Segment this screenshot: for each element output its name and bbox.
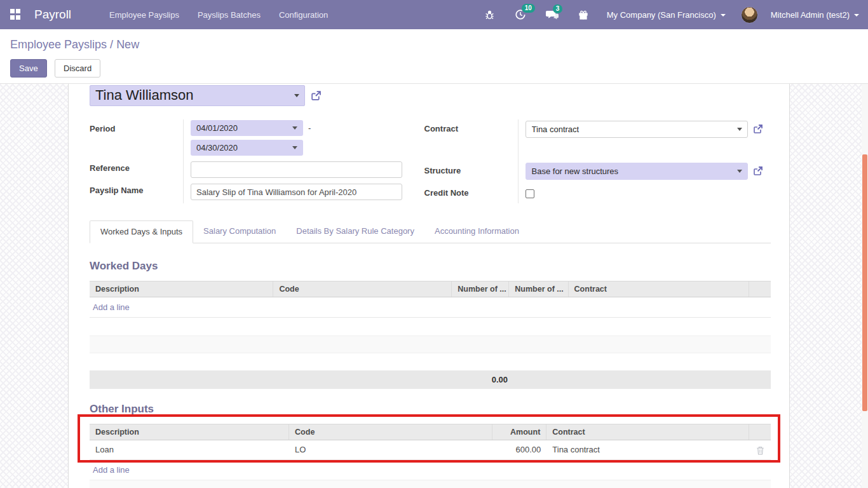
period-label: Period: [90, 119, 183, 139]
discard-button[interactable]: Discard: [55, 59, 100, 78]
column-header[interactable]: Number of ...: [452, 281, 509, 297]
chevron-down-icon: [294, 94, 299, 97]
period-separator: -: [308, 123, 311, 133]
apps-menu-icon[interactable]: [10, 9, 22, 20]
column-header[interactable]: Contract: [546, 424, 749, 440]
worked-days-table: Description Code Number of ... Number of…: [90, 281, 771, 389]
employee-field[interactable]: [90, 85, 305, 106]
cell-code[interactable]: LO: [289, 440, 492, 459]
chevron-down-icon: [737, 170, 742, 173]
chevron-down-icon: [292, 146, 297, 149]
menu-employee-payslips[interactable]: Employee Payslips: [109, 10, 179, 20]
column-header[interactable]: Number of ...: [509, 281, 568, 297]
company-switcher[interactable]: My Company (San Francisco): [607, 10, 726, 20]
worked-days-add-line-row: Add a line: [90, 297, 771, 318]
reference-label: Reference: [90, 159, 183, 181]
employee-external-link-icon[interactable]: [311, 90, 322, 101]
date-to-input[interactable]: [191, 140, 303, 156]
other-inputs-header: Description Code Amount Contract: [90, 424, 771, 440]
structure-input[interactable]: [526, 163, 748, 180]
structure-field[interactable]: [526, 163, 748, 180]
column-header[interactable]: Code: [273, 281, 452, 297]
column-header[interactable]: Amount: [492, 424, 547, 440]
column-header[interactable]: Description: [90, 424, 289, 440]
menu-payslips-batches[interactable]: Payslips Batches: [198, 10, 261, 20]
tab-worked-days-inputs[interactable]: Worked Days & Inputs: [90, 220, 193, 243]
vertical-scrollbar[interactable]: [862, 84, 868, 488]
user-name: Mitchell Admin (test2): [771, 10, 850, 20]
avatar[interactable]: [741, 6, 758, 24]
worked-days-total-row: 0.00: [90, 370, 771, 389]
cell-amount[interactable]: 600.00: [492, 440, 547, 459]
cell-contract[interactable]: Tina contract: [546, 440, 749, 459]
breadcrumb-parent[interactable]: Employee Payslips: [10, 38, 107, 51]
breadcrumb-separator: /: [110, 38, 113, 51]
other-inputs-table: Description Code Amount Contract Loan LO…: [90, 424, 771, 488]
reference-input[interactable]: [191, 161, 402, 178]
form-view-area: Period - Reference: [0, 84, 868, 488]
messages-icon[interactable]: 3: [540, 10, 564, 20]
worked-days-title: Worked Days: [90, 260, 771, 273]
empty-row: [90, 318, 771, 336]
tab-details-by-salary-rule-category[interactable]: Details By Salary Rule Category: [286, 220, 424, 243]
user-menu[interactable]: Mitchell Admin (test2): [771, 10, 859, 20]
worked-days-header: Description Code Number of ... Number of…: [90, 281, 771, 297]
chevron-down-icon: [737, 128, 742, 131]
delete-row-trash-icon[interactable]: [756, 446, 764, 455]
contract-external-link-icon[interactable]: [753, 124, 763, 134]
structure-label: Structure: [424, 161, 518, 184]
save-button[interactable]: Save: [10, 59, 47, 78]
control-panel: Employee Payslips / New Save Discard: [0, 29, 868, 84]
gift-icon[interactable]: [573, 10, 594, 20]
employee-input[interactable]: [90, 85, 305, 106]
date-to-field[interactable]: [191, 140, 303, 156]
scrollbar-thumb[interactable]: [862, 154, 867, 411]
messages-count-badge: 3: [553, 4, 563, 13]
column-header[interactable]: Contract: [569, 281, 749, 297]
chevron-down-icon: [292, 126, 297, 130]
contract-label: Contract: [424, 119, 518, 142]
column-header[interactable]: Code: [289, 424, 492, 440]
notebook-tabs: Worked Days & Inputs Salary Computation …: [90, 220, 771, 243]
payslip-form-sheet: Period - Reference: [68, 84, 790, 488]
other-inputs-add-line-row: Add a line: [90, 460, 771, 480]
top-navbar: Payroll Employee Payslips Payslips Batch…: [0, 0, 868, 29]
app-brand[interactable]: Payroll: [34, 8, 71, 22]
menu-configuration[interactable]: Configuration: [279, 10, 328, 20]
other-inputs-add-line-link[interactable]: Add a line: [90, 460, 133, 480]
bug-icon[interactable]: [478, 10, 501, 20]
empty-row: [90, 480, 771, 488]
breadcrumb: Employee Payslips / New: [10, 38, 858, 51]
date-from-field[interactable]: [191, 120, 303, 136]
company-name: My Company (San Francisco): [607, 10, 716, 20]
cell-description[interactable]: Loan: [90, 440, 289, 459]
chevron-down-icon: [721, 14, 726, 17]
contract-input[interactable]: [526, 121, 748, 138]
activity-clock-icon[interactable]: 10: [509, 9, 532, 20]
contract-field[interactable]: [526, 121, 748, 138]
activities-count-badge: 10: [522, 4, 535, 13]
table-row[interactable]: Loan LO 600.00 Tina contract: [90, 440, 771, 460]
column-header[interactable]: Description: [90, 281, 273, 297]
worked-days-add-line-link[interactable]: Add a line: [90, 297, 133, 317]
tab-accounting-information[interactable]: Accounting Information: [424, 220, 529, 243]
other-inputs-title: Other Inputs: [90, 403, 771, 416]
worked-days-total-value: 0.00: [492, 375, 508, 384]
credit-note-checkbox[interactable]: [526, 189, 534, 198]
payslip-name-input[interactable]: [191, 184, 402, 200]
chevron-down-icon: [854, 14, 859, 17]
empty-row: [90, 336, 771, 353]
payslip-name-label: Payslip Name: [90, 181, 183, 203]
tab-salary-computation[interactable]: Salary Computation: [193, 220, 286, 243]
date-from-input[interactable]: [191, 120, 303, 136]
structure-external-link-icon[interactable]: [753, 166, 763, 176]
credit-note-label: Credit Note: [424, 184, 518, 204]
other-inputs-section: Other Inputs Description Code Amount Con…: [90, 403, 771, 488]
breadcrumb-current: New: [116, 38, 139, 51]
